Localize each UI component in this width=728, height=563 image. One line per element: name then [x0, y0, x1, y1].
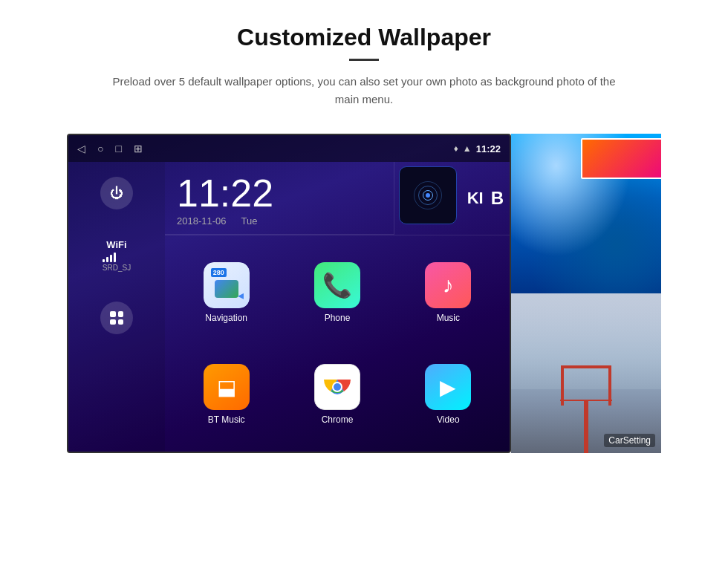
navigation-icon: 280 ◂	[204, 262, 250, 308]
wifi-info: WiFi SRD_SJ	[103, 239, 131, 272]
wifi-bars	[103, 252, 131, 262]
title-divider	[349, 59, 379, 61]
chrome-label: Chrome	[322, 414, 354, 425]
app-music[interactable]: ♪ Music	[393, 241, 504, 344]
time-display: 11:22 2018-11-06 Tue	[165, 162, 394, 235]
page-title: Customized Wallpaper	[59, 24, 669, 51]
header-description: Preload over 5 default wallpaper options…	[111, 73, 617, 108]
android-screen: ◁ ○ □ ⊞ ♦ ▲ 11:22 ⏻ WiFi	[67, 134, 511, 453]
status-time: 11:22	[476, 143, 501, 154]
app-video[interactable]: ▶ Video	[393, 344, 504, 446]
radio-labels: KI B	[461, 162, 510, 235]
bt-music-label: BT Music	[208, 414, 245, 425]
main-content: ◁ ○ □ ⊞ ♦ ▲ 11:22 ⏻ WiFi	[0, 126, 728, 468]
day-value: Tue	[241, 215, 258, 227]
small-preview-overlay	[581, 138, 661, 179]
video-icon: ▶	[425, 364, 471, 410]
wifi-ssid: SRD_SJ	[103, 264, 131, 272]
music-label: Music	[437, 313, 460, 323]
car-setting-label: CarSetting	[604, 434, 655, 447]
top-row: 11:22 2018-11-06 Tue	[165, 162, 510, 235]
ki-label: KI	[467, 189, 484, 208]
status-right: ♦ ▲ 11:22	[454, 143, 501, 154]
center-panel: 11:22 2018-11-06 Tue	[165, 162, 510, 452]
signal-icon: ▲	[463, 143, 472, 154]
chrome-svg-inner	[321, 371, 354, 403]
chrome-icon	[314, 364, 360, 410]
home-icon[interactable]: ○	[97, 143, 103, 154]
radio-widget[interactable]	[399, 166, 457, 224]
wifi-label: WiFi	[103, 239, 131, 250]
power-icon: ⏻	[110, 186, 123, 201]
phone-label: Phone	[325, 313, 351, 323]
screenshot-icon[interactable]: ⊞	[134, 143, 143, 154]
power-button[interactable]: ⏻	[100, 177, 133, 209]
phone-icon: 📞	[314, 262, 360, 308]
bridge-tower	[584, 401, 588, 453]
apps-grid-icon	[110, 311, 123, 325]
b-label: B	[491, 188, 504, 209]
bridge-fog	[511, 293, 661, 389]
screen-content: ⏻ WiFi SRD_SJ	[68, 162, 510, 452]
app-grid: 280 ◂ Navigation 📞 Phone	[165, 235, 510, 452]
time-clock: 11:22	[177, 174, 382, 212]
navigation-label: Navigation	[205, 313, 247, 323]
radio-signal-rings	[412, 180, 443, 211]
ring-dot	[426, 193, 430, 198]
date-value: 2018-11-06	[177, 215, 227, 227]
wallpaper-panel: CarSetting	[511, 134, 661, 453]
app-chrome[interactable]: Chrome	[282, 344, 392, 446]
wallpaper-bridge[interactable]: CarSetting	[511, 293, 661, 453]
video-label: Video	[437, 414, 459, 425]
music-icon: ♪	[425, 262, 471, 308]
nav-icons: ◁ ○ □ ⊞	[77, 143, 143, 154]
time-date: 2018-11-06 Tue	[177, 215, 382, 227]
apps-button[interactable]	[100, 302, 133, 334]
bt-music-icon: ⬓	[204, 364, 250, 410]
bridge-cable-base	[560, 400, 612, 401]
wallpaper-ice[interactable]	[511, 134, 661, 293]
app-phone[interactable]: 📞 Phone	[282, 241, 392, 344]
recents-icon[interactable]: □	[115, 143, 121, 154]
header-section: Customized Wallpaper Preload over 5 defa…	[0, 0, 728, 126]
app-bt-music[interactable]: ⬓ BT Music	[171, 344, 282, 446]
back-icon[interactable]: ◁	[77, 143, 85, 154]
app-navigation[interactable]: 280 ◂ Navigation	[171, 241, 282, 344]
location-icon: ♦	[454, 143, 458, 154]
status-bar: ◁ ○ □ ⊞ ♦ ▲ 11:22	[68, 135, 510, 162]
svg-point-3	[334, 383, 341, 391]
left-sidebar: ⏻ WiFi SRD_SJ	[68, 162, 165, 452]
bridge-visual	[511, 293, 661, 453]
